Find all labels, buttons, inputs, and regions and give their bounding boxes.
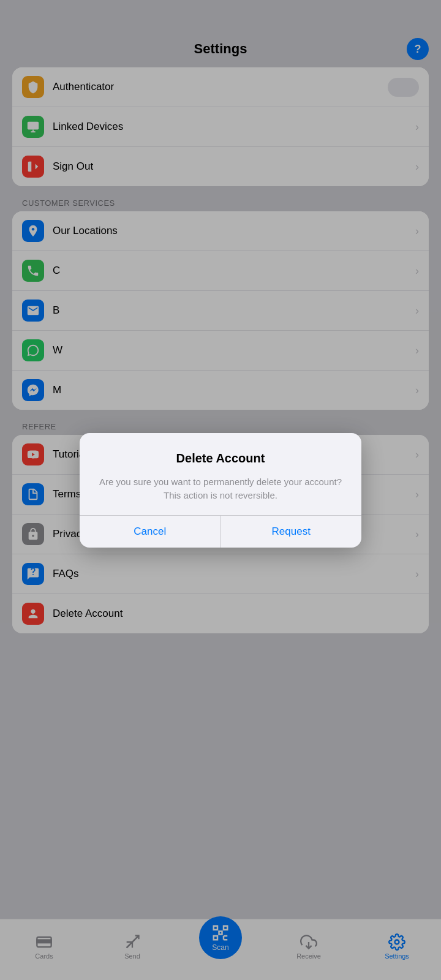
delete-account-dialog: Delete Account Are you sure you want to … xyxy=(80,433,361,548)
dialog-actions: Cancel Request xyxy=(80,515,361,548)
cancel-button[interactable]: Cancel xyxy=(80,516,221,548)
request-button[interactable]: Request xyxy=(221,516,362,548)
modal-overlay: Delete Account Are you sure you want to … xyxy=(0,0,441,980)
dialog-body: Delete Account Are you sure you want to … xyxy=(80,433,361,515)
dialog-title: Delete Account xyxy=(94,451,347,466)
dialog-message: Are you sure you want to permanently del… xyxy=(94,475,347,503)
